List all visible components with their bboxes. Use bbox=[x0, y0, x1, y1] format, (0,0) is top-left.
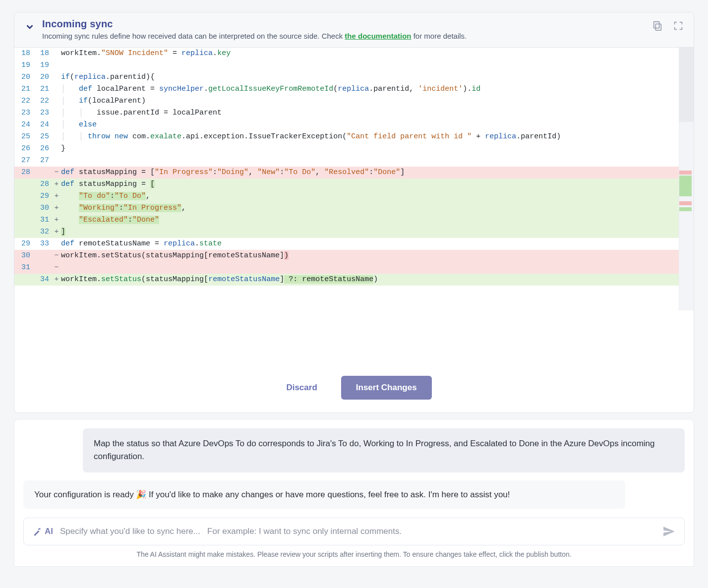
code-content: workItem.setStatus(statusMapping[remoteS… bbox=[60, 250, 679, 262]
code-content: "To do":"To Do", bbox=[60, 190, 679, 202]
insert-changes-button[interactable]: Insert Changes bbox=[341, 376, 432, 400]
user-message: Map the status so that Azure DevOps To d… bbox=[83, 428, 685, 472]
ai-disclaimer: The AI Assistant might make mistakes. Pl… bbox=[23, 550, 685, 561]
diff-line: 2626} bbox=[14, 143, 679, 155]
documentation-link[interactable]: the documentation bbox=[345, 32, 411, 40]
code-content: } bbox=[60, 143, 679, 155]
diff-marker: + bbox=[53, 214, 60, 226]
diff-line: 30+ "Working":"In Progress", bbox=[14, 202, 679, 214]
code-content: │ def localParent = syncHelper.getLocalI… bbox=[60, 83, 679, 95]
diff-marker: − bbox=[53, 262, 60, 274]
diff-line: 2222│ if(localParent) bbox=[14, 95, 679, 107]
diff-marker: − bbox=[53, 250, 60, 262]
diff-marker bbox=[53, 238, 60, 250]
expand-icon[interactable] bbox=[673, 20, 684, 31]
line-number-new: 27 bbox=[34, 155, 53, 167]
chevron-down-icon[interactable] bbox=[24, 21, 35, 32]
line-number-new: 25 bbox=[34, 131, 53, 143]
diff-marker bbox=[53, 95, 60, 107]
panel-subtitle: Incoming sync rules define how received … bbox=[42, 32, 467, 40]
diff-marker bbox=[53, 143, 60, 155]
code-content: │ │ issue.parentId = localParent bbox=[60, 107, 679, 119]
discard-button[interactable]: Discard bbox=[276, 376, 327, 400]
line-number-old: 28 bbox=[14, 167, 34, 178]
line-number-old: 26 bbox=[14, 143, 34, 155]
line-number-old: 20 bbox=[14, 71, 34, 83]
code-content: "Escalated":"Done" bbox=[60, 214, 679, 226]
line-number-new bbox=[34, 262, 53, 274]
line-number-new: 31 bbox=[34, 214, 53, 226]
magic-wand-icon bbox=[33, 527, 42, 536]
line-number-new bbox=[34, 167, 53, 178]
diff-line: 28+def statusMapping = [ bbox=[14, 178, 679, 190]
diff-marker bbox=[53, 155, 60, 167]
line-number-old bbox=[14, 214, 34, 226]
line-number-new: 30 bbox=[34, 202, 53, 214]
send-icon[interactable] bbox=[662, 525, 675, 538]
ai-message-text: If you'd like to make any changes or hav… bbox=[146, 490, 510, 499]
diff-marker: + bbox=[53, 274, 60, 286]
line-number-old: 22 bbox=[14, 95, 34, 107]
line-number-new: 18 bbox=[34, 48, 53, 59]
line-number-old bbox=[14, 274, 34, 286]
line-number-old: 30 bbox=[14, 250, 34, 262]
line-number-old: 31 bbox=[14, 262, 34, 274]
ai-assistant-panel: Map the status so that Azure DevOps To d… bbox=[14, 419, 694, 567]
diff-actions: Discard Insert Changes bbox=[14, 365, 694, 412]
line-number-old: 23 bbox=[14, 107, 34, 119]
ai-badge: AI bbox=[33, 527, 53, 536]
diff-line: 2727 bbox=[14, 155, 679, 167]
line-number-old bbox=[14, 178, 34, 190]
diff-line: 2323│ │ issue.parentId = localParent bbox=[14, 107, 679, 119]
line-number-new: 28 bbox=[34, 178, 53, 190]
panel-title: Incoming sync bbox=[42, 18, 467, 30]
diff-marker: + bbox=[53, 226, 60, 238]
subtitle-text: for more details. bbox=[412, 32, 467, 40]
diff-line: 2424│ else bbox=[14, 119, 679, 131]
diff-marker bbox=[53, 71, 60, 83]
diff-line: 31− bbox=[14, 262, 679, 274]
party-emoji: 🎉 bbox=[136, 490, 146, 499]
line-number-new: 22 bbox=[34, 95, 53, 107]
line-number-old: 29 bbox=[14, 238, 34, 250]
diff-editor[interactable]: 1818workItem."SNOW Incident" = replica.k… bbox=[14, 48, 679, 310]
copy-icon[interactable] bbox=[652, 20, 663, 31]
svg-rect-1 bbox=[654, 22, 659, 28]
line-number-new: 33 bbox=[34, 238, 53, 250]
line-number-new: 23 bbox=[34, 107, 53, 119]
line-number-old bbox=[14, 226, 34, 238]
code-content: def statusMapping = ["In Progress":"Doin… bbox=[60, 167, 679, 178]
line-number-new: 32 bbox=[34, 226, 53, 238]
line-number-old bbox=[14, 202, 34, 214]
code-minimap[interactable] bbox=[679, 48, 694, 310]
incoming-sync-panel: Incoming sync Incoming sync rules define… bbox=[14, 12, 694, 413]
code-content: workItem.setStatus(statusMapping[remoteS… bbox=[60, 274, 679, 286]
panel-header: Incoming sync Incoming sync rules define… bbox=[14, 12, 694, 48]
diff-line: 2933def remoteStatusName = replica.state bbox=[14, 238, 679, 250]
diff-marker bbox=[53, 83, 60, 95]
diff-marker bbox=[53, 59, 60, 71]
diff-line: 1818workItem."SNOW Incident" = replica.k… bbox=[14, 48, 679, 59]
diff-marker bbox=[53, 131, 60, 143]
diff-marker: + bbox=[53, 202, 60, 214]
code-content: def statusMapping = [ bbox=[60, 178, 679, 190]
ai-prompt-input[interactable] bbox=[60, 527, 655, 536]
ai-message-text: Your configuration is ready bbox=[34, 490, 136, 499]
ai-label-text: AI bbox=[45, 527, 53, 536]
diff-line: 29+ "To do":"To Do", bbox=[14, 190, 679, 202]
code-content: workItem."SNOW Incident" = replica.key bbox=[60, 48, 679, 59]
diff-marker bbox=[53, 107, 60, 119]
code-content: │ │ throw new com.exalate.api.exception.… bbox=[60, 131, 679, 143]
line-number-new: 24 bbox=[34, 119, 53, 131]
line-number-new: 26 bbox=[34, 143, 53, 155]
diff-line: 30−workItem.setStatus(statusMapping[remo… bbox=[14, 250, 679, 262]
diff-line: 2020if(replica.parentid){ bbox=[14, 71, 679, 83]
diff-line: 1919 bbox=[14, 59, 679, 71]
code-content bbox=[60, 262, 679, 274]
line-number-old: 27 bbox=[14, 155, 34, 167]
line-number-old: 18 bbox=[14, 48, 34, 59]
diff-line: 32+] bbox=[14, 226, 679, 238]
ai-message: Your configuration is ready 🎉 If you'd l… bbox=[23, 480, 625, 509]
diff-line: 2121│ def localParent = syncHelper.getLo… bbox=[14, 83, 679, 95]
code-content: "Working":"In Progress", bbox=[60, 202, 679, 214]
